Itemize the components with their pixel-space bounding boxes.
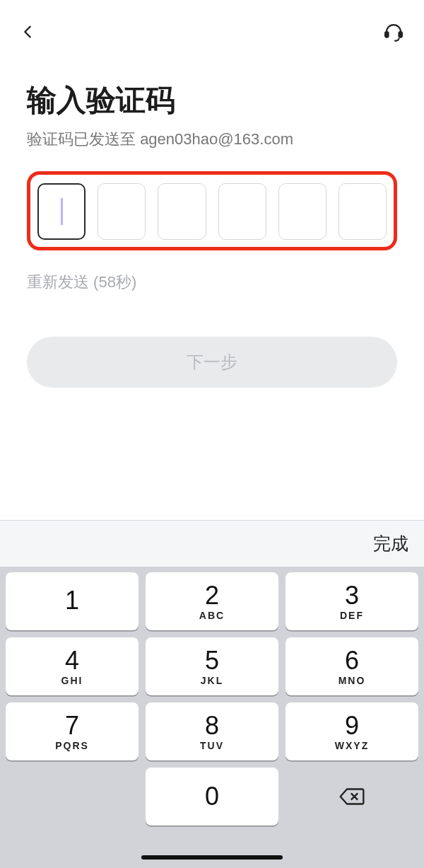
- backspace-icon: [338, 787, 365, 806]
- key-2[interactable]: 2ABC: [146, 572, 278, 630]
- text-cursor: [61, 198, 63, 225]
- support-button[interactable]: [383, 21, 404, 45]
- key-backspace[interactable]: [285, 768, 418, 826]
- code-input-group[interactable]: [37, 183, 387, 240]
- svg-rect-0: [385, 32, 388, 37]
- key-9[interactable]: 9WXYZ: [285, 702, 418, 760]
- next-button[interactable]: 下一步: [27, 337, 397, 388]
- key-1[interactable]: 1: [6, 572, 139, 630]
- subtitle-email: agen03hao@163.com: [140, 130, 293, 148]
- main-content: 输入验证码 验证码已发送至 agen03hao@163.com 重新发送 (58…: [0, 52, 424, 388]
- key-blank: [6, 768, 139, 826]
- header: [0, 0, 424, 52]
- keyboard-area: 完成 1 2ABC 3DEF 4GHI 5JKL 6MNO 7PQRS 8TUV…: [0, 520, 424, 868]
- chevron-left-icon: [20, 21, 35, 42]
- code-box-1[interactable]: [37, 183, 86, 240]
- numeric-keyboard: 1 2ABC 3DEF 4GHI 5JKL 6MNO 7PQRS 8TUV 9W…: [0, 567, 424, 868]
- subtitle-prefix: 验证码已发送至: [27, 130, 140, 148]
- key-0[interactable]: 0: [146, 768, 278, 826]
- code-box-3[interactable]: [158, 183, 206, 240]
- resend-label: 重新发送 (58秒): [27, 272, 397, 293]
- key-6[interactable]: 6MNO: [285, 637, 418, 695]
- keyboard-done-button[interactable]: 完成: [373, 532, 408, 555]
- key-4[interactable]: 4GHI: [6, 637, 139, 695]
- code-input-highlight: [27, 171, 397, 250]
- back-button[interactable]: [20, 21, 35, 45]
- page-title: 输入验证码: [27, 81, 397, 120]
- keyboard-toolbar: 完成: [0, 520, 424, 567]
- key-3[interactable]: 3DEF: [285, 572, 418, 630]
- code-box-4[interactable]: [218, 183, 266, 240]
- headset-icon: [383, 21, 404, 42]
- code-box-5[interactable]: [278, 183, 326, 240]
- key-7[interactable]: 7PQRS: [6, 702, 139, 760]
- page-subtitle: 验证码已发送至 agen03hao@163.com: [27, 129, 397, 150]
- code-box-6[interactable]: [338, 183, 387, 240]
- svg-rect-1: [399, 32, 402, 37]
- home-indicator[interactable]: [141, 855, 283, 860]
- key-8[interactable]: 8TUV: [146, 702, 278, 760]
- key-5[interactable]: 5JKL: [146, 637, 278, 695]
- code-box-2[interactable]: [98, 183, 146, 240]
